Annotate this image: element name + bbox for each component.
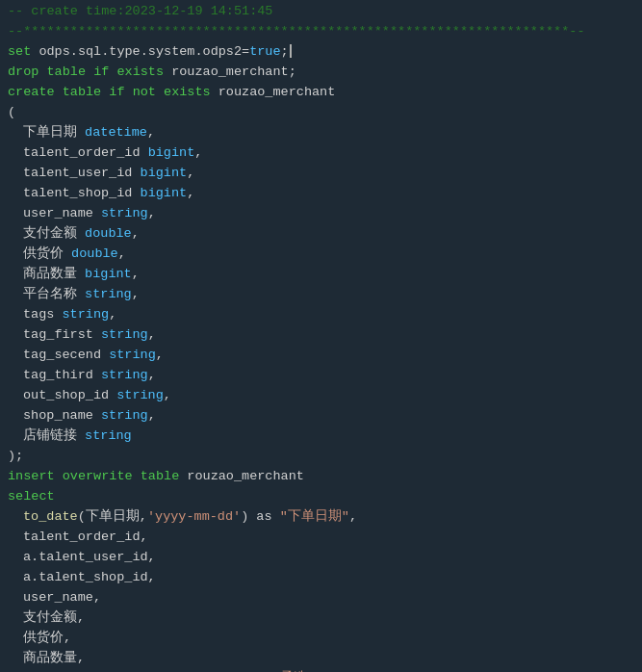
line-content: to_date(下单日期,'yyyy-mm-dd') as "下单日期", <box>4 507 642 528</box>
code-token: = <box>242 44 249 59</box>
text-cursor <box>290 44 292 58</box>
code-token: 商品数量, <box>23 651 85 665</box>
code-line-4: drop table if exists rouzao_merchant; <box>0 63 642 83</box>
code-line-6: ( <box>0 103 642 123</box>
line-content: tag_third string, <box>4 366 642 386</box>
line-content: 店铺链接 string <box>4 426 642 447</box>
code-line-5: create table if not exists rouzao_mercha… <box>0 83 642 103</box>
code-line-21: shop_name string, <box>0 406 642 426</box>
code-token: , <box>156 348 164 362</box>
line-content: 支付金额, <box>4 608 642 629</box>
code-token: bigint <box>148 145 195 160</box>
code-token: create <box>8 85 63 99</box>
code-token: double <box>71 246 118 261</box>
line-content: ); <box>4 447 642 467</box>
code-token: 供货价, <box>23 631 71 645</box>
code-token: rouzao_merchant <box>187 469 304 483</box>
code-line-11: user_name string, <box>0 204 642 224</box>
code-token: odps.sql.type.system.odps2 <box>39 44 242 59</box>
code-token: rouzao_merchant <box>171 65 289 79</box>
code-token: -- create time:2023-12-19 14:51:45 <box>8 4 272 18</box>
code-token: table <box>63 85 110 99</box>
code-line-12: 支付金额 double, <box>0 224 642 245</box>
code-token: select <box>8 489 55 504</box>
code-token: table <box>47 65 94 79</box>
line-content: 供货价, <box>4 629 642 649</box>
code-line-27: talent_order_id, <box>0 528 642 548</box>
line-content: out_shop_id string, <box>4 386 642 406</box>
code-token: string <box>101 368 148 382</box>
code-line-3: set odps.sql.type.system.odps2=true; <box>0 42 642 63</box>
code-token: , <box>349 509 357 524</box>
line-content: 供货价 double, <box>4 245 642 265</box>
code-line-17: tag_first string, <box>0 325 642 346</box>
code-line-22: 店铺链接 string <box>0 426 642 447</box>
code-line-33: 商品数量, <box>0 649 642 669</box>
code-token: string <box>101 327 148 342</box>
line-content: insert overwrite table rouzao_merchant <box>4 467 642 487</box>
code-token: bigint <box>141 166 188 180</box>
code-token: 供货价 <box>23 246 71 261</box>
line-content: tag_first string, <box>4 325 642 346</box>
code-token: ); <box>8 449 23 463</box>
line-content: talent_order_id bigint, <box>4 143 642 164</box>
code-token: table <box>141 469 188 483</box>
code-token: talent_shop_id <box>23 186 141 200</box>
line-content: create table if not exists rouzao_mercha… <box>4 83 642 103</box>
code-line-14: 商品数量 bigint, <box>0 265 642 285</box>
code-line-16: tags string, <box>0 305 642 325</box>
code-token: overwrite <box>63 469 141 483</box>
code-token: , <box>132 267 140 281</box>
code-token: to_date <box>23 509 78 524</box>
code-line-18: tag_secend string, <box>0 346 642 366</box>
code-token: a.talent_user_id, <box>23 550 156 564</box>
code-token: , <box>148 408 156 423</box>
code-line-28: a.talent_user_id, <box>0 548 642 568</box>
code-token: exists <box>116 65 171 79</box>
code-line-19: tag_third string, <box>0 366 642 386</box>
code-token: , <box>148 368 156 382</box>
code-token: string <box>85 287 132 301</box>
code-token: true <box>249 44 280 59</box>
code-line-20: out_shop_id string, <box>0 386 642 406</box>
code-token: double <box>85 226 132 241</box>
code-token: bigint <box>141 186 188 200</box>
code-token: set <box>8 44 39 59</box>
code-token: string <box>101 408 148 423</box>
code-token: a.talent_shop_id, <box>23 570 156 584</box>
code-token: tag_first <box>23 327 101 342</box>
line-content: -- create time:2023-12-19 14:51:45 <box>4 2 642 22</box>
line-content: shop_name string, <box>4 406 642 426</box>
code-token: , <box>118 246 126 261</box>
code-token: 商品数量 <box>23 267 85 281</box>
code-line-8: talent_order_id bigint, <box>0 143 642 164</box>
code-token: drop <box>8 65 47 79</box>
code-line-15: 平台名称 string, <box>0 285 642 305</box>
code-token: talent_order_id <box>23 145 148 160</box>
code-token: 下单日期 <box>23 125 85 140</box>
code-token: 平台名称 <box>23 287 85 301</box>
code-line-10: talent_shop_id bigint, <box>0 184 642 204</box>
line-content: 商品数量 bigint, <box>4 265 642 285</box>
line-content: 商品数量, <box>4 649 642 669</box>
code-token: 支付金额, <box>23 610 85 625</box>
code-token: bigint <box>85 267 132 281</box>
code-token: ( <box>78 509 86 524</box>
line-content: drop table if exists rouzao_merchant; <box>4 63 642 83</box>
code-line-30: user_name, <box>0 588 642 608</box>
code-line-13: 供货价 double, <box>0 245 642 265</box>
code-token: , <box>132 287 140 301</box>
code-token: insert <box>8 469 63 483</box>
code-token: 下单日期 <box>86 509 140 524</box>
code-token: string <box>109 348 156 362</box>
line-content: a.talent_user_id, <box>4 548 642 568</box>
code-token: , <box>148 206 156 220</box>
code-token: "下单日期" <box>280 509 349 524</box>
code-token: tags <box>23 307 63 322</box>
code-line-9: talent_user_id bigint, <box>0 164 642 184</box>
code-token: --**************************************… <box>8 24 585 39</box>
code-token: ; <box>281 44 289 59</box>
code-token: ; <box>289 65 296 79</box>
code-token: out_shop_id <box>23 388 116 402</box>
code-editor: -- create time:2023-12-19 14:51:45--****… <box>0 0 642 672</box>
